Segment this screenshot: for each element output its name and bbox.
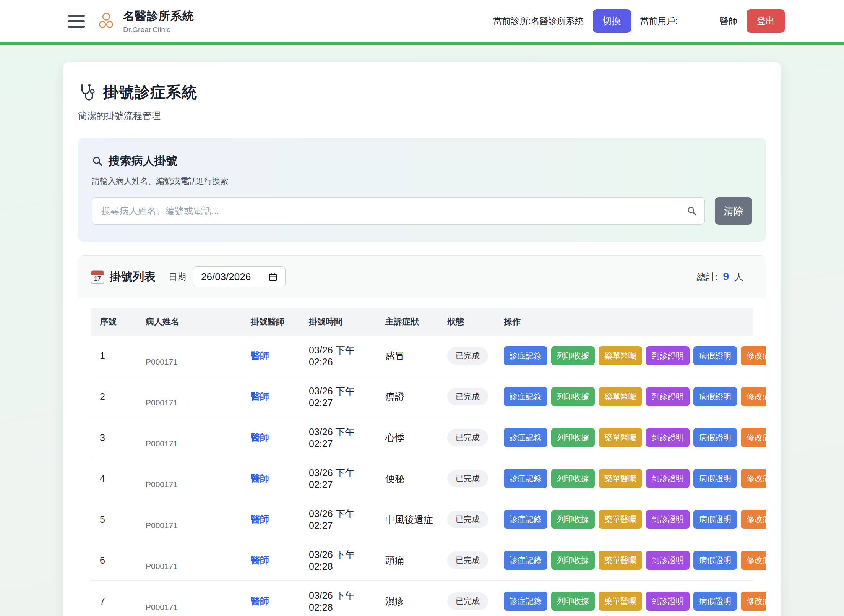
action-med-button[interactable]: 藥單醫囑 (599, 428, 642, 447)
patient-id: P000171 (146, 480, 242, 489)
action-record-button[interactable]: 診症記錄 (504, 387, 547, 406)
row-patient: P000171 (136, 540, 242, 581)
row-actions: 診症記錄列印收據藥單醫囑到診證明病假證明修改病歷 (504, 551, 753, 570)
row-actions: 診症記錄列印收據藥單醫囑到診證明病假證明修改病歷 (504, 469, 753, 488)
date-input[interactable]: 26/03/2026 (193, 266, 286, 287)
date-picker-icon[interactable] (268, 272, 278, 282)
row-patient: P000171 (136, 336, 242, 376)
current-user-name (687, 15, 711, 27)
row-time: 03/26 下午02:27 (300, 417, 376, 458)
app-title: 名醫診所系統 (123, 8, 194, 24)
row-time: 03/26 下午02:27 (300, 376, 376, 417)
doctor-link[interactable]: 醫師 (251, 350, 269, 361)
action-print-button[interactable]: 列印收據 (551, 510, 595, 529)
action-cert-button[interactable]: 到診證明 (646, 469, 690, 488)
action-sick-button[interactable]: 病假證明 (693, 551, 737, 570)
row-patient: P000171 (136, 417, 242, 458)
menu-icon[interactable] (68, 15, 85, 28)
logout-button[interactable]: 登出 (747, 9, 785, 33)
doctor-link[interactable]: 醫師 (251, 432, 269, 443)
status-badge: 已完成 (447, 511, 488, 528)
page-title-row: 掛號診症系統 (78, 82, 766, 103)
action-med-button[interactable]: 藥單醫囑 (599, 510, 642, 529)
patient-id: P000171 (146, 439, 242, 448)
action-print-button[interactable]: 列印收據 (551, 387, 595, 406)
search-input-icon (687, 206, 697, 216)
action-edit-button[interactable]: 修改病歷 (741, 510, 766, 529)
app-subtitle: Dr.Great Clinic (123, 26, 194, 34)
action-print-button[interactable]: 列印收據 (551, 551, 595, 570)
row-actions: 診症記錄列印收據藥單醫囑到診證明病假證明修改病歷 (504, 428, 753, 447)
row-actions: 診症記錄列印收據藥單醫囑到診證明病假證明修改病歷 (504, 346, 753, 365)
col-header-doctor: 掛號醫師 (242, 308, 300, 336)
action-record-button[interactable]: 診症記錄 (504, 551, 547, 570)
search-input[interactable] (92, 197, 705, 225)
action-cert-button[interactable]: 到診證明 (646, 428, 690, 447)
date-label: 日期 (169, 271, 186, 283)
row-seq: 1 (91, 336, 136, 376)
action-sick-button[interactable]: 病假證明 (693, 469, 737, 488)
action-edit-button[interactable]: 修改病歷 (741, 346, 766, 365)
action-edit-button[interactable]: 修改病歷 (741, 387, 766, 406)
doctor-link[interactable]: 醫師 (251, 555, 269, 565)
action-record-button[interactable]: 診症記錄 (504, 510, 547, 529)
action-cert-button[interactable]: 到診證明 (646, 387, 690, 406)
row-symptom: 感冒 (376, 336, 438, 376)
switch-clinic-button[interactable]: 切換 (593, 9, 631, 33)
action-record-button[interactable]: 診症記錄 (504, 469, 547, 488)
doctor-link[interactable]: 醫師 (251, 391, 269, 402)
user-role-label: 醫師 (720, 15, 737, 27)
action-sick-button[interactable]: 病假證明 (693, 510, 737, 529)
action-print-button[interactable]: 列印收據 (551, 346, 595, 365)
action-cert-button[interactable]: 到診證明 (646, 510, 690, 529)
action-sick-button[interactable]: 病假證明 (693, 592, 737, 611)
search-title: 搜索病人掛號 (109, 153, 177, 169)
action-print-button[interactable]: 列印收據 (551, 469, 595, 488)
action-sick-button[interactable]: 病假證明 (693, 387, 737, 406)
calendar-icon: 17 (91, 270, 104, 284)
doctor-link[interactable]: 醫師 (251, 473, 269, 483)
doctor-link[interactable]: 醫師 (251, 514, 269, 524)
registration-table-wrap: 序號 病人姓名 掛號醫師 掛號時間 主訴症狀 狀態 操作 1 P000171 醫… (78, 298, 766, 616)
action-edit-button[interactable]: 修改病歷 (741, 592, 766, 611)
table-row: 1 P000171 醫師 03/26 下午02:26 感冒 已完成 診症記錄列印… (91, 336, 753, 376)
action-sick-button[interactable]: 病假證明 (693, 428, 737, 447)
action-edit-button[interactable]: 修改病歷 (741, 551, 766, 570)
action-record-button[interactable]: 診症記錄 (504, 346, 547, 365)
row-patient: P000171 (136, 499, 242, 540)
doctor-link[interactable]: 醫師 (251, 596, 269, 606)
total-value: 9 (723, 271, 729, 283)
action-cert-button[interactable]: 到診證明 (646, 551, 690, 570)
table-row: 7 P000171 醫師 03/26 下午02:28 濕疹 已完成 診症記錄列印… (91, 581, 753, 616)
action-cert-button[interactable]: 到診證明 (646, 592, 690, 611)
clear-search-button[interactable]: 清除 (715, 197, 752, 225)
action-print-button[interactable]: 列印收據 (551, 428, 595, 447)
table-row: 3 P000171 醫師 03/26 下午02:27 心悸 已完成 診症記錄列印… (91, 417, 753, 458)
status-badge: 已完成 (447, 388, 488, 405)
action-med-button[interactable]: 藥單醫囑 (599, 592, 642, 611)
action-record-button[interactable]: 診症記錄 (504, 592, 547, 611)
action-med-button[interactable]: 藥單醫囑 (599, 387, 642, 406)
main-card: 掛號診症系統 簡潔的掛號流程管理 搜索病人掛號 請輸入病人姓名、編號或電話進行搜… (63, 62, 781, 616)
registration-table: 序號 病人姓名 掛號醫師 掛號時間 主訴症狀 狀態 操作 1 P000171 醫… (91, 308, 753, 616)
row-seq: 3 (91, 417, 136, 458)
search-section-icon (92, 156, 103, 167)
action-edit-button[interactable]: 修改病歷 (741, 428, 766, 447)
row-patient: P000171 (136, 376, 242, 417)
action-record-button[interactable]: 診症記錄 (504, 428, 547, 447)
row-seq: 5 (91, 499, 136, 540)
action-sick-button[interactable]: 病假證明 (693, 346, 737, 365)
list-title: 掛號列表 (110, 269, 156, 285)
row-seq: 2 (91, 376, 136, 417)
action-med-button[interactable]: 藥單醫囑 (599, 469, 642, 488)
stethoscope-icon (78, 84, 96, 101)
col-header-patient: 病人姓名 (136, 308, 242, 336)
action-med-button[interactable]: 藥單醫囑 (599, 551, 642, 570)
action-edit-button[interactable]: 修改病歷 (741, 469, 766, 488)
action-cert-button[interactable]: 到診證明 (646, 346, 690, 365)
row-time: 03/26 下午02:26 (300, 336, 376, 376)
patient-id: P000171 (146, 398, 242, 407)
action-med-button[interactable]: 藥單醫囑 (599, 346, 642, 365)
action-print-button[interactable]: 列印收據 (551, 592, 595, 611)
col-header-symptom: 主訴症狀 (376, 308, 438, 336)
